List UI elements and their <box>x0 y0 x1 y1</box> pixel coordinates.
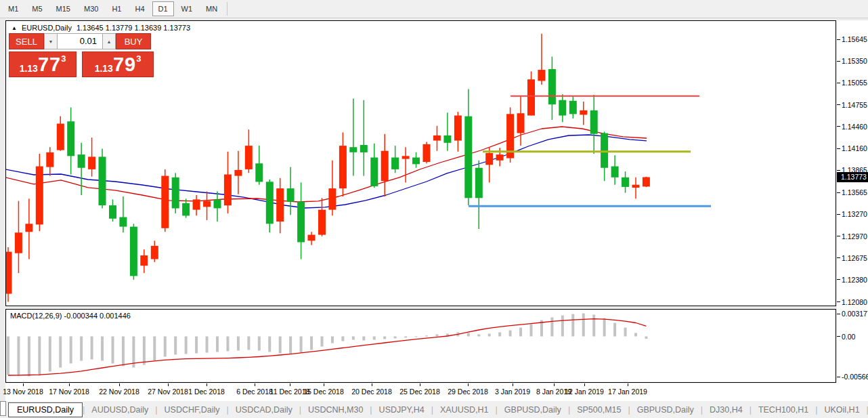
time-axis: 13 Nov 201817 Nov 201822 Nov 201827 Nov … <box>5 383 837 401</box>
price-tick <box>837 83 840 83</box>
timeframe-button-d1[interactable]: D1 <box>152 1 174 16</box>
timeframe-button-m15[interactable]: M15 <box>50 1 77 16</box>
time-tick <box>168 383 169 386</box>
timeframe-button-m5[interactable]: M5 <box>26 1 48 16</box>
sell-price-button[interactable]: 1.13 77 3 <box>9 51 77 77</box>
time-axis-label: 17 Jan 2019 <box>608 388 647 396</box>
time-axis-label: 12 Jan 2019 <box>565 388 604 396</box>
timeframe-button-w1[interactable]: W1 <box>175 1 199 16</box>
price-tick <box>837 192 840 193</box>
main-chart-pane[interactable]: ▲ EURUSD,Daily 1.13645 1.13779 1.13639 1… <box>5 20 836 306</box>
timeframe-button-h1[interactable]: H1 <box>106 1 127 16</box>
volume-decrease-button[interactable]: ▼ <box>44 33 58 49</box>
time-axis-label: 3 Jan 2019 <box>495 388 530 396</box>
time-tick <box>420 383 420 386</box>
time-tick <box>324 383 324 386</box>
macd-axis-label: -0.005667 <box>842 373 868 381</box>
price-tick <box>837 148 840 149</box>
price-axis-label: 1.14460 <box>842 123 867 131</box>
price-tick <box>837 61 840 62</box>
price-axis-label: 1.12675 <box>842 254 867 262</box>
price-tick <box>837 104 840 105</box>
one-click-trade-panel: SELL ▼ 0.01 ▲ BUY 1.13 77 3 1.13 79 3 <box>9 33 158 77</box>
tab-audusd-daily[interactable]: AUDUSD,Daily <box>85 403 155 417</box>
macd-indicator-label: MACD(12,26,9) -0.000344 0.001446 <box>10 312 131 320</box>
chart-quote-ohlc: 1.13645 1.13779 1.13639 1.13773 <box>77 24 190 32</box>
price-axis-label: 1.13270 <box>842 210 867 218</box>
timeframe-button-m1[interactable]: M1 <box>2 1 24 16</box>
price-tick <box>837 214 840 215</box>
buy-button[interactable]: BUY <box>116 33 151 49</box>
spinner-down-icon: ▼ <box>49 39 53 44</box>
macd-chart <box>6 310 836 382</box>
tab-xauusd-h1[interactable]: XAUUSD,H1 <box>433 403 496 417</box>
macd-tick <box>837 377 840 377</box>
timeframe-button-m30[interactable]: M30 <box>78 1 104 16</box>
price-axis: 1.13773 1.156451.153501.150551.147551.14… <box>837 20 868 401</box>
time-tick <box>554 383 555 386</box>
macd-tick <box>837 336 840 337</box>
price-axis-label: 1.14755 <box>842 101 867 109</box>
time-tick <box>255 383 255 386</box>
timeframe-button-h4[interactable]: H4 <box>129 1 150 16</box>
time-tick <box>468 383 469 386</box>
tab-tech100-h1[interactable]: TECH100,H1 <box>752 403 815 417</box>
price-axis-label: 1.13865 <box>842 166 867 174</box>
tab-usdcnh-m30[interactable]: USDCNH,M30 <box>301 403 370 417</box>
tab-sp500-m15[interactable]: SP500,M15 <box>570 403 628 417</box>
price-tick <box>837 170 840 171</box>
price-tick <box>837 301 840 302</box>
time-axis-label: 20 Dec 2018 <box>351 388 392 396</box>
chart-tab-bar: EURUSD,Daily|AUDUSD,Daily|USDCHF,Daily|U… <box>0 401 868 418</box>
macd-tick <box>837 314 840 314</box>
time-tick <box>372 383 372 386</box>
time-axis-label: 15 Dec 2018 <box>303 388 344 396</box>
time-axis-label: 27 Nov 2018 <box>148 388 188 396</box>
price-axis-label: 1.12970 <box>842 232 867 241</box>
time-axis-label: 29 Dec 2018 <box>448 388 488 396</box>
tab-gbpusd-daily[interactable]: GBPUSD,Daily <box>630 403 701 417</box>
spinner-up-icon: ▲ <box>107 39 112 44</box>
tab-usdchf-daily[interactable]: USDCHF,Daily <box>158 403 227 417</box>
time-axis-label: 25 Dec 2018 <box>399 388 440 396</box>
timeframe-bar: M1M5M15M30H1H4D1W1MN <box>1 1 224 16</box>
timeframe-button-mn[interactable]: MN <box>200 1 223 16</box>
time-tick <box>69 383 70 386</box>
price-axis-label: 1.15645 <box>842 35 867 43</box>
tab-ukoil-h1[interactable]: UKOil,H1 <box>817 403 866 417</box>
time-tick <box>119 383 120 386</box>
tab-usdjpy-h4[interactable]: USDJPY,H4 <box>372 403 431 417</box>
time-tick <box>628 383 628 386</box>
price-axis-label: 1.12080 <box>842 298 867 306</box>
time-axis-label: 1 Dec 2018 <box>188 388 225 396</box>
volume-input[interactable]: 0.01 <box>58 33 102 49</box>
macd-indicator-pane[interactable]: MACD(12,26,9) -0.000344 0.001446 <box>5 309 836 383</box>
tab-gbpusd-daily[interactable]: GBPUSD,Daily <box>498 403 568 417</box>
time-tick <box>584 383 585 386</box>
tab-dj30-h4[interactable]: DJ30,H4 <box>703 403 750 417</box>
buy-price-button[interactable]: 1.13 79 3 <box>82 51 154 77</box>
bid-price-pips: 77 <box>38 56 61 74</box>
volume-increase-button[interactable]: ▲ <box>102 33 116 49</box>
time-tick <box>23 383 24 386</box>
chart-symbol-label: EURUSD,Daily <box>22 24 72 32</box>
tab-usdcad-daily[interactable]: USDCAD,Daily <box>229 403 299 417</box>
ask-price-pips: 79 <box>113 56 136 74</box>
sell-button[interactable]: SELL <box>9 33 44 49</box>
bid-price-prefix: 1.13 <box>20 63 38 74</box>
price-axis-label: 1.12380 <box>842 276 867 284</box>
price-tick <box>837 126 840 127</box>
toolbar-separator <box>227 2 227 16</box>
timeframe-toolbar: M1M5M15M30H1H4D1W1MN <box>0 0 868 18</box>
price-tick <box>837 39 840 40</box>
bid-price-point: 3 <box>61 54 66 64</box>
price-tick <box>837 279 840 280</box>
tab-eurusd-daily[interactable]: EURUSD,Daily <box>8 402 83 417</box>
symbol-collapse-icon[interactable]: ▲ <box>12 25 17 31</box>
chart-title: ▲ EURUSD,Daily 1.13645 1.13779 1.13639 1… <box>12 24 190 32</box>
ask-price-prefix: 1.13 <box>95 63 113 74</box>
tab-strip-corner <box>0 401 6 416</box>
macd-axis-label: 0.00 <box>842 333 855 341</box>
time-axis-label: 17 Nov 2018 <box>49 388 89 396</box>
time-axis-label: 13 Nov 2018 <box>3 388 43 396</box>
